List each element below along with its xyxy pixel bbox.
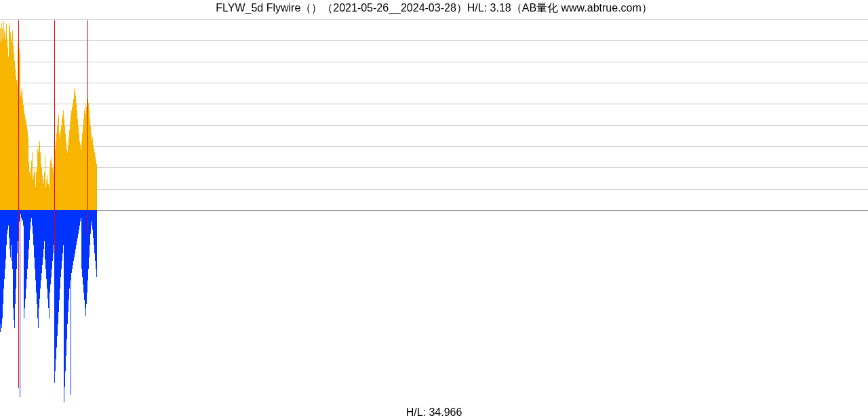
chart-footer: H/L: 34.966	[0, 406, 868, 419]
mark-line	[87, 20, 88, 234]
mark-layer	[0, 19, 868, 406]
plot-area	[0, 19, 868, 406]
mark-line	[18, 20, 19, 388]
chart-title: FLYW_5d Flywire（）（2021-05-26__2024-03-28…	[0, 1, 868, 16]
mark-line	[54, 20, 55, 253]
chart-container: FLYW_5d Flywire（）（2021-05-26__2024-03-28…	[0, 0, 868, 420]
